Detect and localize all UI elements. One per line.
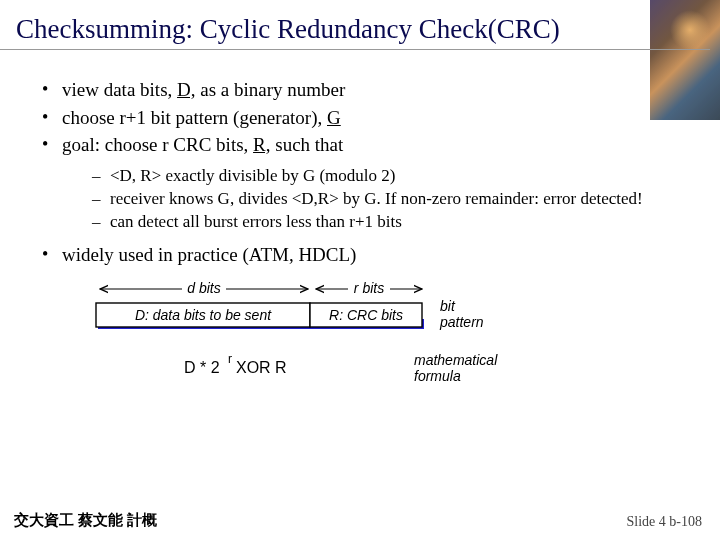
bullet-3: goal: choose r CRC bits, R, such that — [34, 131, 690, 159]
formula-exp: r — [228, 352, 232, 366]
bullet-1: view data bits, D, as a binary number — [34, 76, 690, 104]
footer-left: 交大資工 蔡文能 計概 — [14, 511, 157, 530]
crc-diagram: d bits r bits D: data bits to be sent R:… — [92, 275, 522, 395]
sub-2: receiver knows G, divides <D,R> by G. If… — [88, 188, 690, 211]
formula-rest: XOR R — [236, 359, 287, 376]
data-box-text: D: data bits to be sent — [135, 307, 272, 323]
sub-3: can detect all burst errors less than r+… — [88, 211, 690, 234]
bullet-1-text-a: view data bits, — [62, 79, 177, 100]
r-bits-label: r bits — [354, 280, 384, 296]
d-bits-label: d bits — [187, 280, 220, 296]
bullet-3-text-a: goal: choose r CRC bits, — [62, 134, 253, 155]
bullet-2-underline: G — [327, 107, 341, 128]
bullet-2-text-a: choose r+1 bit pattern (generator), — [62, 107, 327, 128]
bullet-1-text-b: as a binary number — [196, 79, 346, 100]
main-bullets: view data bits, D, as a binary number ch… — [34, 76, 690, 159]
crc-box-text: R: CRC bits — [329, 307, 403, 323]
sub-bullets: <D, R> exactly divisible by G (modulo 2)… — [34, 165, 690, 234]
bullet-2: choose r+1 bit pattern (generator), G — [34, 104, 690, 132]
sub-1: <D, R> exactly divisible by G (modulo 2) — [88, 165, 690, 188]
slide-title: Checksumming: Cyclic Redundancy Check(CR… — [0, 0, 710, 50]
formula-d: D * 2 — [184, 359, 220, 376]
bullet-3-text-b: such that — [271, 134, 344, 155]
bitpattern-label-1: bit — [440, 298, 456, 314]
math-label-1: mathematical — [414, 352, 498, 368]
footer-right: Slide 4 b-108 — [627, 514, 702, 530]
bitpattern-label-2: pattern — [439, 314, 484, 330]
slide-content: view data bits, D, as a binary number ch… — [0, 50, 720, 395]
math-label-2: formula — [414, 368, 461, 384]
bullet-3-underline: R, — [253, 134, 270, 155]
bullet-4: widely used in practice (ATM, HDCL) — [34, 241, 690, 269]
main-bullets-2: widely used in practice (ATM, HDCL) — [34, 241, 690, 269]
bullet-1-underline: D, — [177, 79, 195, 100]
diagram-svg: d bits r bits D: data bits to be sent R:… — [92, 275, 532, 395]
